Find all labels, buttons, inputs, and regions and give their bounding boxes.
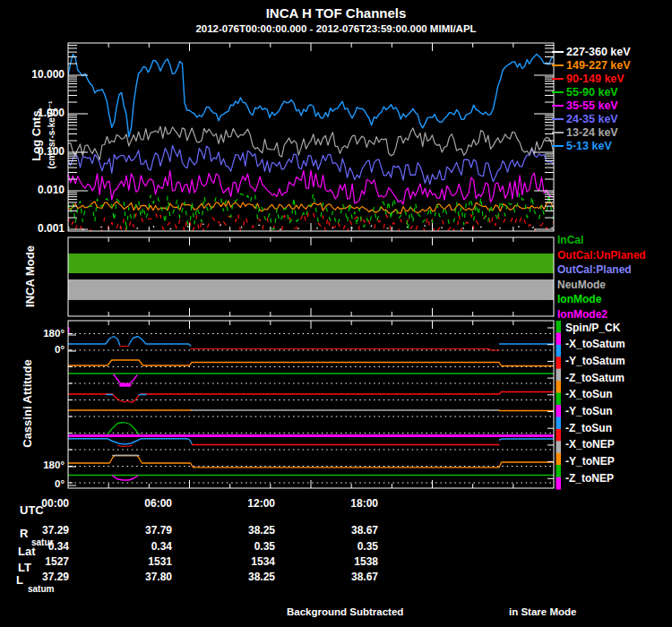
series-5-13-keV [68, 55, 554, 137]
mode-legend-item: OutCal:Planed [557, 263, 632, 276]
page-subtitle: 2012-076T00:00:00.000 - 2012-076T23:59:0… [0, 23, 672, 34]
attitude-legend-item: -Z_toNEP [565, 472, 614, 485]
attitude-legend-item: -Z_toSun [565, 422, 612, 434]
top-ytick-label: 0.001 [2, 222, 65, 235]
attitude-legend-item: -X_toSatum [565, 338, 625, 350]
attitude-color-strip-segment [556, 465, 562, 477]
panel-border [68, 237, 554, 316]
table-cell-r-3: 38.67 [314, 524, 378, 537]
energy-legend-item: 5-13 keV [566, 140, 612, 152]
table-cell-utc-2: 12:00 [211, 497, 275, 510]
table-cell-l-2: 38.25 [211, 571, 275, 583]
footer-background-subtracted: Background Subtracted [287, 606, 403, 617]
table-cell-lt-2: 1534 [211, 555, 275, 568]
table-cell-utc-0: 00:00 [4, 497, 69, 510]
plot-page: INCA H TOF Channels 2012-076T00:00:00.00… [0, 0, 672, 627]
top-ytick-label: 0.010 [2, 184, 65, 196]
attitude-trace-red-4-cup [117, 445, 132, 447]
attitude-color-strip-segment [556, 332, 562, 345]
mode-bar-IonMode [68, 253, 554, 273]
attitude-trace-magenta-dip-6 [113, 476, 138, 480]
table-cell-utc-1: 06:00 [108, 497, 172, 510]
attitude-color-strip-segment [556, 405, 562, 417]
table-cell-utc-3: 18:00 [314, 497, 378, 510]
attitude-legend-item: -X_toSun [565, 388, 613, 400]
mode-legend-item: IonMode2 [557, 308, 607, 321]
energy-legend-item: 35-55 keV [566, 99, 618, 112]
attitude-trace-red-2 [68, 392, 554, 403]
attitude-trace-blue-sat-left [68, 337, 120, 346]
footer-stare-mode: in Stare Mode [509, 606, 576, 617]
attitude-legend-item: Spin/P_CK [565, 322, 620, 334]
attitude-legend-item: -Y_toSun [565, 405, 613, 417]
series-13-24-keV [68, 126, 554, 159]
table-cell-lat-2: 0.35 [211, 540, 275, 553]
table-cell-r-0: 37.29 [4, 524, 69, 537]
mode-legend-item: OutCal:UnPlaned [557, 249, 646, 262]
top-ytick-label: 0.100 [2, 145, 65, 158]
energy-legend-item: 55-90 keV [566, 86, 618, 99]
table-cell-lt-0: 1527 [4, 555, 69, 568]
energy-legend-item: 227-360 keV [566, 46, 631, 58]
attitude-color-strip-segment [556, 417, 562, 429]
mode-bar-NeuMode [68, 279, 554, 300]
table-cell-l-0: 37.29 [4, 571, 69, 583]
attitude-color-strip-segment [556, 321, 562, 333]
attitude-legend-item: -Y_toNEP [565, 455, 615, 468]
table-cell-lt-1: 1531 [108, 555, 172, 568]
attitude-color-strip-segment [556, 381, 562, 393]
attitude-color-strip-segment [556, 369, 562, 382]
attitude-trace-orange-1 [68, 360, 554, 366]
attitude-trace-magenta-dip-1 [114, 374, 137, 384]
attitude-ytick-label: 180° [2, 328, 65, 339]
attitude-color-strip-segment [556, 345, 562, 357]
table-cell-l-3: 38.67 [314, 571, 378, 583]
attitude-trace-blue-4-left [68, 439, 192, 444]
mode-legend-item: IonMode [557, 293, 601, 305]
attitude-legend-item: -Z_toSatum [565, 372, 625, 384]
attitude-trace-blue-4-right [500, 439, 555, 440]
attitude-color-strip-segment [556, 441, 562, 453]
table-cell-r-2: 38.25 [211, 524, 275, 537]
mode-legend-item: InCal [557, 234, 583, 246]
attitude-legend-item: -Y_toSatum [565, 355, 625, 367]
attitude-color-strip-segment [556, 453, 562, 466]
attitude-legend-item: -X_toNEP [565, 438, 615, 451]
table-row-label-subscript: satum [28, 584, 54, 594]
attitude-color-strip-segment [556, 477, 562, 490]
attitude-ytick-label: 0° [2, 478, 65, 489]
table-cell-l-1: 37.80 [108, 571, 172, 583]
attitude-trace-orange-5 [68, 456, 554, 468]
table-cell-lat-1: 0.34 [108, 540, 172, 553]
top-ytick-label: 1.000 [2, 107, 65, 119]
attitude-ytick-label: 180° [2, 460, 65, 470]
mode-legend-item: NeuMode [557, 279, 606, 291]
attitude-color-strip-segment [556, 356, 562, 369]
attitude-ytick-label: 0° [2, 344, 65, 355]
energy-legend-item: 24-35 keV [566, 113, 618, 125]
table-cell-lat-0: 0.34 [4, 540, 69, 553]
panel-border [68, 321, 554, 488]
energy-legend-item: 90-149 keV [566, 73, 625, 85]
attitude-trace-green-hump [108, 423, 139, 435]
attitude-color-strip-segment [556, 429, 562, 442]
table-cell-lat-3: 0.35 [314, 540, 378, 553]
energy-legend-item: 149-227 keV [566, 59, 631, 72]
table-cell-lt-3: 1538 [314, 555, 378, 568]
attitude-color-strip-segment [556, 393, 562, 406]
top-ytick-label: 10.000 [2, 68, 65, 81]
energy-legend-item: 13-24 keV [566, 126, 618, 139]
page-title: INCA H TOF Channels [0, 5, 672, 21]
table-cell-r-1: 37.79 [108, 524, 172, 537]
attitude-trace-blue-sat-left2 [129, 337, 191, 347]
